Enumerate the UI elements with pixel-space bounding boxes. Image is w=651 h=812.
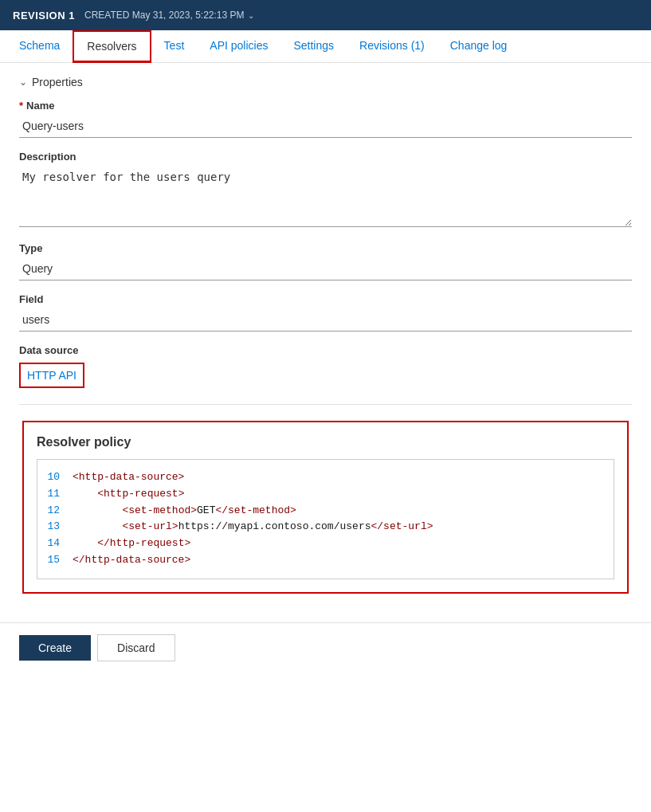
code-content-13: <set-url>https://myapi.contoso.com/users… — [73, 519, 433, 535]
tab-test[interactable]: Test — [151, 30, 198, 62]
description-label-text: Description — [19, 151, 632, 163]
tab-change-log[interactable]: Change log — [437, 30, 520, 62]
code-line-12: 12 <set-method>GET</set-method> — [44, 503, 607, 520]
properties-section: ⌄ Properties * Name Description Type Fie… — [19, 76, 632, 388]
tab-bar: Schema Resolvers Test API policies Setti… — [0, 30, 651, 63]
data-source-box: HTTP API — [19, 363, 84, 388]
code-editor[interactable]: 10 <http-data-source> 11 <http-request> … — [37, 459, 614, 579]
code-content-14: </http-request> — [73, 535, 190, 552]
data-source-value: HTTP API — [27, 369, 76, 382]
field-input[interactable] — [19, 308, 632, 331]
line-num-10: 10 — [44, 469, 73, 486]
line-num-12: 12 — [44, 503, 73, 520]
field-label-text: Field — [19, 293, 632, 305]
code-content-11: <http-request> — [73, 486, 184, 503]
properties-header: ⌄ Properties — [19, 76, 632, 88]
name-input[interactable] — [19, 115, 632, 138]
type-label-text: Type — [19, 242, 632, 254]
properties-label: Properties — [32, 76, 83, 88]
revision-bar: REVISION 1 CREATED May 31, 2023, 5:22:13… — [0, 0, 651, 30]
collapse-icon[interactable]: ⌄ — [19, 76, 27, 88]
code-content-12: <set-method>GET</set-method> — [73, 503, 296, 520]
tab-resolvers[interactable]: Resolvers — [73, 30, 151, 63]
data-source-label: Data source — [19, 344, 632, 356]
name-label-text: Name — [26, 100, 54, 112]
line-num-11: 11 — [44, 486, 73, 503]
revision-meta: CREATED May 31, 2023, 5:22:13 PM ⌄ — [84, 10, 254, 21]
create-button[interactable]: Create — [19, 635, 91, 661]
code-content-10: <http-data-source> — [73, 469, 184, 486]
name-required-indicator: * — [19, 100, 23, 112]
description-input[interactable] — [19, 166, 632, 227]
line-num-14: 14 — [44, 535, 73, 552]
resolver-policy-section: Resolver policy 10 <http-data-source> 11… — [22, 421, 629, 594]
tab-api-policies[interactable]: API policies — [197, 30, 280, 62]
action-bar: Create Discard — [0, 622, 651, 673]
tab-revisions[interactable]: Revisions (1) — [347, 30, 437, 62]
type-field-group: Type — [19, 242, 632, 280]
resolver-policy-title: Resolver policy — [37, 435, 614, 449]
code-line-14: 14 </http-request> — [44, 535, 607, 552]
type-input[interactable] — [19, 257, 632, 280]
description-field-group: Description — [19, 151, 632, 229]
code-line-15: 15 </http-data-source> — [44, 552, 607, 569]
code-line-13: 13 <set-url>https://myapi.contoso.com/us… — [44, 519, 607, 535]
section-divider — [19, 404, 632, 405]
line-num-15: 15 — [44, 552, 73, 569]
tab-settings[interactable]: Settings — [280, 30, 347, 62]
chevron-down-icon[interactable]: ⌄ — [248, 11, 254, 20]
code-line-10: 10 <http-data-source> — [44, 469, 607, 486]
main-content: ⌄ Properties * Name Description Type Fie… — [0, 63, 651, 606]
code-content-15: </http-data-source> — [73, 552, 190, 569]
line-num-13: 13 — [44, 519, 73, 535]
discard-button[interactable]: Discard — [97, 634, 175, 661]
revision-badge: REVISION 1 — [13, 10, 75, 22]
tab-schema[interactable]: Schema — [6, 30, 73, 62]
field-field-group: Field — [19, 293, 632, 331]
name-label: * Name — [19, 100, 632, 112]
code-line-11: 11 <http-request> — [44, 486, 607, 503]
revision-created-text: CREATED May 31, 2023, 5:22:13 PM — [84, 10, 245, 21]
data-source-field-group: Data source HTTP API — [19, 344, 632, 388]
name-field-group: * Name — [19, 100, 632, 138]
